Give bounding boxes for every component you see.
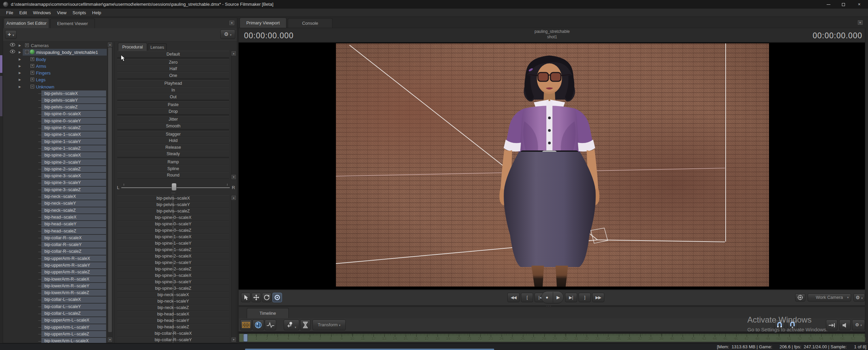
tree-scrollbar[interactable]: ▲ ▼ <box>107 42 113 342</box>
tree-channel-row[interactable]: bip-lowerArm-R--scaleX <box>3 276 113 283</box>
channel-item[interactable]: bip-collar-R--scaleX <box>41 235 106 241</box>
add-bookmark-button[interactable]: ▾ <box>284 320 299 330</box>
menu-edit[interactable]: Edit <box>18 8 28 17</box>
menu-file[interactable]: File <box>5 8 14 17</box>
tree-channel-row[interactable]: bip-upperArm-R--scaleY <box>3 262 113 269</box>
channel-item[interactable]: bip-lowerArm-R--scaleY <box>41 283 106 289</box>
channel-item[interactable]: bip-head--scaleX <box>41 214 106 221</box>
channel-slider-row[interactable]: bip-head--scaleZ <box>117 324 229 330</box>
tab-animation-set-editor[interactable]: Animation Set Editor <box>4 18 49 28</box>
channel-item[interactable]: bip-spine-2--scaleX <box>41 152 106 159</box>
tree-item-unknown[interactable]: ▶−Unknown <box>3 83 113 90</box>
channel-slider-row[interactable]: bip-spine-1--scaleZ <box>117 247 229 253</box>
tab-element-viewer[interactable]: Element Viewer <box>50 19 95 28</box>
tree-channel-row[interactable]: bip-collar-L--scaleZ <box>3 310 113 317</box>
animset-settings-button[interactable]: ⚙ ▾ <box>220 29 235 39</box>
tree-channel-row[interactable]: bip-collar-R--scaleZ <box>3 248 113 255</box>
scroll-up-icon[interactable]: ▲ <box>231 195 236 200</box>
fast-forward-button[interactable]: ▶▶ <box>592 293 604 302</box>
preset-hold[interactable]: Hold <box>117 137 229 144</box>
channel-item[interactable]: bip-neck--scaleX <box>41 193 106 200</box>
channel-item[interactable]: bip-lowerArm-R--scaleZ <box>41 290 106 296</box>
camera-selector-dropdown[interactable]: Work Camera ▾ <box>808 293 851 302</box>
channel-item[interactable]: bip-spine-3--scaleY <box>41 180 106 186</box>
playhead-arrow-icon[interactable]: ▶ <box>19 85 21 88</box>
tree-item-animset[interactable]: ▶−misspauling_body_stretchable1 <box>3 49 113 56</box>
channel-item[interactable]: bip-upperArm-L--scaleZ <box>41 331 106 337</box>
tree-channel-row[interactable]: bip-lowerArm-R--scaleY <box>3 283 113 289</box>
tree-channel-row[interactable]: bip-spine-3--scaleX <box>3 173 113 180</box>
preset-round[interactable]: Round <box>117 172 229 179</box>
preset-spline[interactable]: Spline <box>117 165 229 172</box>
channel-item[interactable]: bip-head--scaleY <box>41 221 106 227</box>
expand-icon[interactable]: + <box>31 71 34 75</box>
tab-timeline[interactable]: Timeline <box>247 308 289 318</box>
tree-channel-row[interactable]: bip-upperArm-R--scaleX <box>3 255 113 262</box>
playhead-arrow-icon[interactable]: ▶ <box>19 58 21 61</box>
channel-item[interactable]: bip-spine-1--scaleY <box>41 139 106 145</box>
graph-editor-button[interactable] <box>265 320 276 330</box>
playhead-scrubber[interactable] <box>243 334 248 342</box>
channel-list-scrollbar[interactable]: ▲ ▼ <box>231 195 236 342</box>
tab-console[interactable]: Console <box>288 18 332 28</box>
tab-lenses[interactable]: Lenses <box>148 43 167 51</box>
tree-channel-row[interactable]: bip-neck--scaleY <box>3 200 113 207</box>
tree-channel-row[interactable]: bip-collar-R--scaleY <box>3 242 113 248</box>
restore-button[interactable] <box>836 0 850 8</box>
channel-item[interactable]: bip-spine-2--scaleZ <box>41 166 106 172</box>
tree-item-body[interactable]: ▶+Body <box>3 56 113 63</box>
channel-slider-row[interactable]: bip-spine-1--scaleY <box>117 240 229 247</box>
menu-help[interactable]: Help <box>91 8 102 17</box>
channel-slider-row[interactable]: bip-pelvis--scaleX <box>117 195 229 202</box>
preset-ramp[interactable]: Ramp <box>117 159 229 165</box>
collapse-icon[interactable]: − <box>31 85 34 88</box>
playhead-arrow-icon[interactable]: ▶ <box>19 71 21 75</box>
channel-slider-row[interactable]: bip-spine-0--scaleX <box>117 214 229 221</box>
play-button[interactable]: ▶ <box>553 291 564 303</box>
channel-item[interactable]: bip-spine-3--scaleZ <box>41 187 106 193</box>
channel-item[interactable]: bip-collar-R--scaleY <box>41 242 106 248</box>
minimize-button[interactable] <box>822 0 835 8</box>
go-to-out-button[interactable]: ] <box>579 293 591 302</box>
tree-channel-row[interactable]: bip-lowerArm-L--scaleX <box>3 338 113 343</box>
tree-channel-row[interactable]: bip-head--scaleY <box>3 221 113 228</box>
panel-close-icon[interactable]: ✕ <box>858 20 863 25</box>
expand-icon[interactable]: + <box>25 43 29 47</box>
preset-paste[interactable]: Paste <box>117 101 229 108</box>
tree-channel-row[interactable]: bip-spine-0--scaleX <box>3 111 113 118</box>
visibility-eye-icon[interactable] <box>10 49 15 55</box>
channel-item[interactable]: bip-upperArm-L--scaleX <box>41 317 106 324</box>
preset-scrollbar[interactable]: ▲ ▼ <box>231 51 236 180</box>
tree-channel-row[interactable]: bip-spine-0--scaleY <box>3 118 113 124</box>
channel-item[interactable]: bip-collar-L--scaleX <box>41 296 106 303</box>
channel-slider-row[interactable]: bip-head--scaleX <box>117 311 229 317</box>
tree-channel-row[interactable]: bip-neck--scaleZ <box>3 207 113 214</box>
channel-item[interactable]: bip-spine-0--scaleY <box>41 118 106 124</box>
tree-channel-row[interactable]: bip-spine-1--scaleX <box>3 131 113 138</box>
channel-item[interactable]: bip-lowerArm-L--scaleX <box>41 338 106 343</box>
preset-out[interactable]: Out <box>117 94 229 100</box>
tree-channel-row[interactable]: bip-head--scaleZ <box>3 228 113 234</box>
timeline-settings-button[interactable]: ⚙ ▾ <box>852 320 865 330</box>
playhead-arrow-icon[interactable]: ▶ <box>19 64 21 68</box>
channel-item[interactable]: bip-spine-3--scaleX <box>41 173 106 179</box>
tree-channel-row[interactable]: bip-neck--scaleX <box>3 193 113 200</box>
next-frame-button[interactable]: ▶| <box>565 293 577 302</box>
scroll-down-icon[interactable]: ▼ <box>231 337 236 342</box>
playhead-arrow-icon[interactable]: ▶ <box>19 78 21 81</box>
channel-item[interactable]: bip-upperArm-L--scaleY <box>41 324 106 331</box>
channel-slider-row[interactable]: bip-spine-3--scaleY <box>117 279 229 285</box>
tree-channel-row[interactable]: bip-upperArm-L--scaleY <box>3 324 113 331</box>
preset-jitter[interactable]: Jitter <box>117 116 229 123</box>
preset-stagger[interactable]: Stagger <box>117 131 229 138</box>
channel-slider-row[interactable]: bip-neck--scaleX <box>117 292 229 298</box>
tree-channel-row[interactable]: bip-spine-2--scaleZ <box>3 166 113 172</box>
viewport-3d-view[interactable] <box>238 42 865 290</box>
channel-slider-row[interactable]: bip-head--scaleY <box>117 317 229 324</box>
preset-one[interactable]: One <box>117 72 229 79</box>
preset-in[interactable]: In <box>117 87 229 94</box>
expand-icon[interactable]: + <box>31 78 34 81</box>
tree-channel-row[interactable]: bip-pelvis--scaleY <box>3 97 113 104</box>
select-tool-button[interactable] <box>241 293 250 302</box>
channel-item[interactable]: bip-pelvis--scaleZ <box>41 104 106 110</box>
